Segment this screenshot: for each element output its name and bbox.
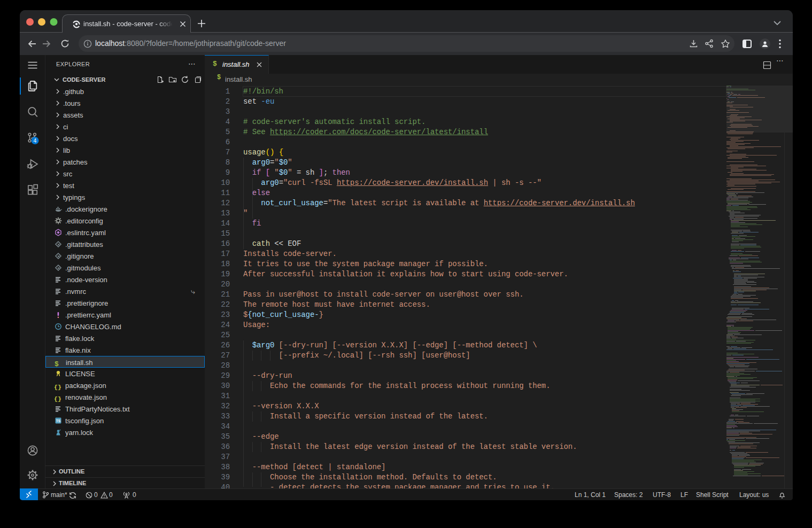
svg-text:TS: TS (56, 419, 61, 423)
svg-text:4: 4 (34, 137, 37, 144)
